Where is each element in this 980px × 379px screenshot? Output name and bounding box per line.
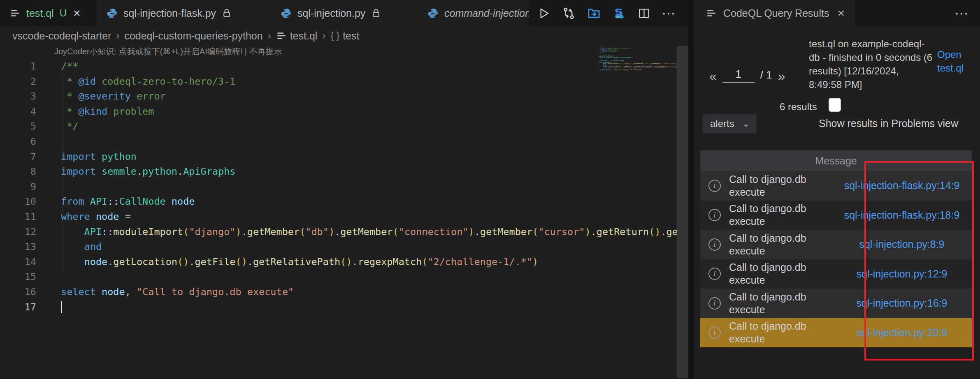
tab-codeql-query-results[interactable]: CodeQL Query Results × xyxy=(694,0,855,26)
result-row-6[interactable]: iCall to django.db executesql-injection.… xyxy=(700,318,972,348)
breadcrumb-item-test[interactable]: { }test xyxy=(330,30,359,42)
result-location-link[interactable]: sql-injection.py:16:9 xyxy=(832,297,972,310)
codeql-results-panel: CodeQL Query Results × ⋯ « / 1 » test.ql… xyxy=(694,0,980,379)
code-line-7[interactable]: 7import python xyxy=(0,149,677,164)
results-view-select[interactable]: alerts ⌄ xyxy=(703,114,757,133)
line-number: 3 xyxy=(0,89,36,104)
result-message: Call to django.db execute xyxy=(729,261,832,287)
code-editor[interactable]: 1/**2 * @id codeql-zero-to-hero/3-13 * @… xyxy=(0,59,677,314)
tab-label: test.ql xyxy=(26,7,54,19)
python-icon xyxy=(281,8,292,19)
more-actions-button[interactable]: ⋯ xyxy=(662,6,676,20)
compare-changes-button[interactable] xyxy=(562,6,576,20)
editor-group-divider[interactable] xyxy=(688,0,694,379)
code-line-11[interactable]: 11where node = xyxy=(0,209,677,224)
line-number: 9 xyxy=(0,179,36,194)
breadcrumb-separator: › xyxy=(268,30,271,42)
prev-page-button[interactable]: « xyxy=(709,69,717,83)
breadcrumb: vscode-codeql-starter›codeql-custom-quer… xyxy=(0,26,688,45)
breadcrumb-item-codeql-custom-queries-python[interactable]: codeql-custom-queries-python xyxy=(124,30,262,42)
code-line-6[interactable]: 6 xyxy=(0,134,677,149)
open-test-ql-link[interactable]: Open test.ql xyxy=(937,48,976,75)
close-icon[interactable]: × xyxy=(838,6,845,20)
result-message: Call to django.db execute xyxy=(729,320,832,345)
split-editor-button[interactable] xyxy=(637,6,651,20)
breadcrumb-item-test.ql[interactable]: test.ql xyxy=(276,30,318,42)
code-line-2[interactable]: 2 * @id codeql-zero-to-hero/3-1 xyxy=(0,74,677,89)
results-pagination: « / 1 » xyxy=(709,66,785,83)
result-location-link[interactable]: sql-injection.py:20:9 xyxy=(832,326,972,339)
line-number: 7 xyxy=(0,149,36,164)
line-number: 12 xyxy=(0,224,36,240)
next-page-button[interactable]: » xyxy=(778,69,785,83)
show-in-problems-label: Show results in Problems view xyxy=(819,118,958,129)
python-icon xyxy=(427,8,439,19)
editor-actions-toolbar: ⋯ xyxy=(529,0,676,26)
open-changes-button[interactable] xyxy=(587,6,601,20)
joycoder-ai-hint[interactable]: JoyCoder小知识: 点我或按下(⌘+L)开启AI编码旅程! | 不再提示 xyxy=(54,46,282,57)
code-line-1[interactable]: 1/** xyxy=(0,59,677,74)
result-location-link[interactable]: sql-injection.py:12:9 xyxy=(832,268,972,280)
result-row-1[interactable]: iCall to django.db executesql-injection-… xyxy=(700,171,972,201)
text-cursor xyxy=(61,301,62,313)
tab-label: sql-injection.py xyxy=(297,7,365,19)
breadcrumb-item-vscode-codeql-starter[interactable]: vscode-codeql-starter xyxy=(12,30,111,42)
ql-results-icon xyxy=(706,8,717,18)
result-location-link[interactable]: sql-injection.py:8:9 xyxy=(832,238,972,251)
results-tab-label: CodeQL Query Results xyxy=(723,7,829,19)
page-total-label: / 1 xyxy=(760,67,772,83)
code-line-13[interactable]: 13 and xyxy=(0,239,677,254)
line-number: 16 xyxy=(0,284,36,300)
breadcrumb-separator: › xyxy=(322,30,325,42)
result-message: Call to django.db execute xyxy=(729,173,832,199)
result-row-5[interactable]: iCall to django.db executesql-injection.… xyxy=(700,289,972,318)
page-number-input[interactable] xyxy=(722,66,755,83)
code-line-16[interactable]: 16select node, "Call to django.db execut… xyxy=(0,284,677,300)
code-line-12[interactable]: 12 API::moduleImport("django").getMember… xyxy=(0,224,677,240)
results-table: Message iCall to django.db executesql-in… xyxy=(700,150,972,347)
minimap[interactable]: /** * @id codeql-zero-to-hero/3-1 * @sev… xyxy=(599,46,677,72)
result-location-link[interactable]: sql-injection-flask.py:14:9 xyxy=(832,179,972,192)
result-row-4[interactable]: iCall to django.db executesql-injection.… xyxy=(700,259,972,289)
tab-sql-injection-flask[interactable]: sql-injection-flask.py xyxy=(97,0,271,26)
editor-group: test.qlU×sql-injection-flask.pysql-injec… xyxy=(0,0,688,379)
code-line-4[interactable]: 4 * @kind problem xyxy=(0,104,677,119)
code-line-5[interactable]: 5 */ xyxy=(0,119,677,134)
results-view-value: alerts xyxy=(710,118,734,129)
line-number: 8 xyxy=(0,164,36,179)
code-line-8[interactable]: 8import semmle.python.ApiGraphs xyxy=(0,164,677,179)
lock-icon xyxy=(222,8,232,18)
code-line-10[interactable]: 10from API::CallNode node xyxy=(0,194,677,209)
lock-icon xyxy=(371,8,381,18)
result-message: Call to django.db execute xyxy=(729,291,832,316)
result-row-2[interactable]: iCall to django.db executesql-injection-… xyxy=(700,201,972,230)
panel-more-actions-button[interactable]: ⋯ xyxy=(954,9,969,17)
code-line-17[interactable]: 17 xyxy=(0,300,677,315)
code-line-14[interactable]: 14 node.getLocation().getFile().getRelat… xyxy=(0,254,677,270)
joycoder-button[interactable] xyxy=(612,6,626,20)
results-panel-tab-bar: CodeQL Query Results × ⋯ xyxy=(694,0,980,26)
line-number: 5 xyxy=(0,119,36,134)
line-number: 4 xyxy=(0,104,36,119)
editor-scrollbar[interactable] xyxy=(677,46,688,378)
run-query-button[interactable] xyxy=(536,6,550,20)
tab-test-ql[interactable]: test.qlU× xyxy=(0,0,97,26)
result-message: Call to django.db execute xyxy=(729,202,832,228)
line-number: 1 xyxy=(0,59,36,74)
result-row-3[interactable]: iCall to django.db executesql-injection.… xyxy=(700,230,972,259)
line-number: 14 xyxy=(0,254,36,270)
python-icon xyxy=(107,8,118,19)
tab-sql-injection[interactable]: sql-injection.py xyxy=(271,0,418,26)
code-line-15[interactable]: 15 xyxy=(0,269,677,284)
close-icon[interactable]: × xyxy=(73,7,81,19)
code-line-3[interactable]: 3 * @severity error xyxy=(0,89,677,104)
info-icon: i xyxy=(708,297,721,310)
result-location-link[interactable]: sql-injection-flask.py:18:9 xyxy=(832,209,972,222)
result-message: Call to django.db execute xyxy=(729,232,832,257)
line-number: 6 xyxy=(0,134,36,149)
line-number: 10 xyxy=(0,194,36,209)
info-icon: i xyxy=(708,209,721,221)
line-number: 13 xyxy=(0,239,36,254)
show-in-problems-checkbox[interactable] xyxy=(829,98,841,112)
code-line-9[interactable]: 9 xyxy=(0,179,677,194)
